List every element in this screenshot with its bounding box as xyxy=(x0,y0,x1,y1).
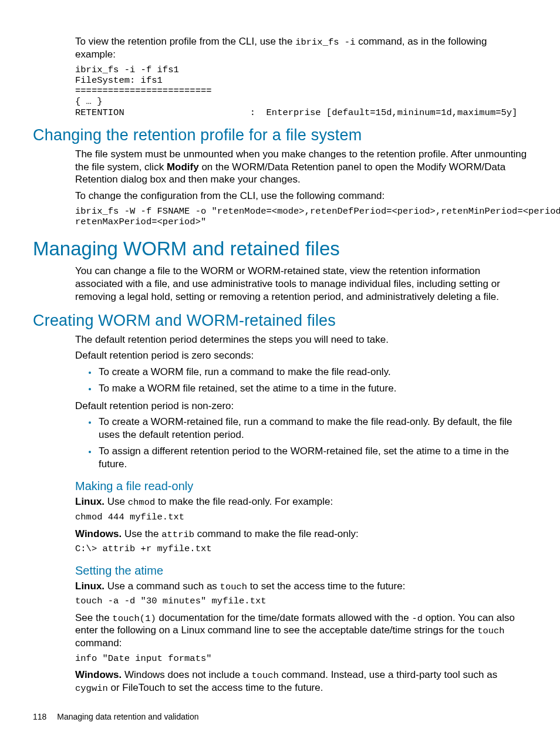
subsection-heading-readonly: Making a file read-only xyxy=(75,480,527,493)
text: Windows does not include a xyxy=(122,669,251,680)
bold-text: Windows. xyxy=(75,669,122,680)
inline-code: cygwin xyxy=(75,683,108,694)
inline-code: ibrix_fs -i xyxy=(295,37,355,48)
bullet-list: To create a WORM file, run a command to … xyxy=(75,366,527,395)
subsection-heading-atime: Setting the atime xyxy=(75,564,527,578)
text: command: xyxy=(75,637,122,649)
list-heading-nonzero: Default retention period is non-zero: xyxy=(75,400,527,413)
inline-code: touch xyxy=(220,582,248,592)
inline-code: touch(1) xyxy=(112,613,156,624)
code-block: ibrix_fs -i -f ifs1 FileSystem: ifs1 ===… xyxy=(75,65,527,118)
inline-code: -d xyxy=(411,613,423,624)
paragraph: The file system must be unmounted when y… xyxy=(75,148,527,186)
text: to set the access time to the future: xyxy=(247,580,405,592)
section-heading-creating-worm: Creating WORM and WORM-retained files xyxy=(33,312,527,330)
paragraph: Windows. Use the attrib command to make … xyxy=(75,528,527,541)
section-heading-changing-retention: Changing the retention profile for a fil… xyxy=(33,126,527,144)
bold-text: Linux. xyxy=(75,496,104,507)
chapter-heading-managing-worm: Managing WORM and retained files xyxy=(33,238,527,260)
code-block: C:\> attrib +r myfile.txt xyxy=(75,544,527,554)
paragraph: Windows. Windows does not include a touc… xyxy=(75,669,527,694)
intro-paragraph: To view the retention profile from the C… xyxy=(75,35,527,61)
text: or FileTouch to set the access time to t… xyxy=(108,682,323,693)
text: To view the retention profile from the C… xyxy=(75,36,295,47)
text: documentation for the time/date formats … xyxy=(156,612,412,623)
inline-code: touch xyxy=(477,626,505,636)
footer-section-title: Managing data retention and validation xyxy=(57,712,198,721)
list-item: To create a WORM file, run a command to … xyxy=(97,366,527,379)
list-item: To assign a different retention period t… xyxy=(97,445,527,471)
text: Use a command such as xyxy=(104,580,220,592)
bold-text: Linux. xyxy=(75,580,104,592)
code-block: chmod 444 myfile.txt xyxy=(75,512,527,522)
code-block: info "Date input formats" xyxy=(75,653,527,664)
paragraph: Linux. Use chmod to make the file read-o… xyxy=(75,495,527,508)
code-block: ibrix_fs -W -f FSNAME -o "retenMode=<mod… xyxy=(75,206,527,228)
list-item: To create a WORM-retained file, run a co… xyxy=(97,416,527,441)
text: command. Instead, use a third-party tool… xyxy=(279,669,497,680)
text: command to make the file read-only: xyxy=(194,528,359,539)
paragraph: Linux. Use a command such as touch to se… xyxy=(75,580,527,593)
inline-code: chmod xyxy=(128,497,156,508)
inline-code: attrib xyxy=(161,529,194,540)
code-block: touch -a -d "30 minutes" myfile.txt xyxy=(75,596,527,606)
text: Use the xyxy=(122,528,161,539)
list-heading-zero: Default retention period is zero seconds… xyxy=(75,349,527,362)
page-footer: 118 Managing data retention and validati… xyxy=(33,712,199,721)
text: Use xyxy=(104,496,128,507)
paragraph: The default retention period determines … xyxy=(75,333,527,346)
paragraph: See the touch(1) documentation for the t… xyxy=(75,612,527,650)
text: to make the file read-only. For example: xyxy=(155,496,333,507)
paragraph: You can change a file to the WORM or WOR… xyxy=(75,265,527,303)
page-number: 118 xyxy=(33,712,46,721)
list-item: To make a WORM file retained, set the at… xyxy=(97,382,527,395)
paragraph: To change the configuration from the CLI… xyxy=(75,190,527,202)
bold-text: Windows. xyxy=(75,528,122,539)
bold-text: Modify xyxy=(167,161,199,173)
text: See the xyxy=(75,612,112,623)
bullet-list: To create a WORM-retained file, run a co… xyxy=(75,416,527,470)
inline-code: touch xyxy=(251,670,279,681)
